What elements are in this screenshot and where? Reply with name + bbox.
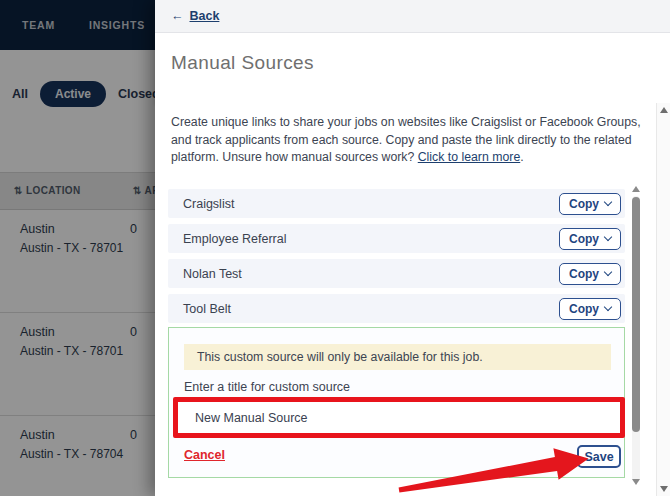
source-row-nolan-test: Nolan Test Copy xyxy=(168,259,625,288)
page-scrollbar[interactable] xyxy=(656,103,670,496)
source-row-employee-referral: Employee Referral Copy xyxy=(168,224,625,253)
chevron-down-icon xyxy=(604,268,612,276)
back-label: Back xyxy=(190,9,220,23)
copy-button[interactable]: Copy xyxy=(559,193,621,215)
title-section: Manual Sources xyxy=(155,33,670,103)
source-name: Tool Belt xyxy=(183,302,231,316)
learn-more-link[interactable]: Click to learn more xyxy=(418,150,521,164)
cancel-link[interactable]: Cancel xyxy=(184,448,225,462)
scroll-up-icon[interactable] xyxy=(660,107,668,113)
custom-source-input-label: Enter a title for custom source xyxy=(184,380,350,394)
source-row-tool-belt: Tool Belt Copy xyxy=(168,294,625,323)
custom-source-form: This custom source will only be availabl… xyxy=(168,327,625,478)
chevron-down-icon xyxy=(604,303,612,311)
sources-scrollbar[interactable] xyxy=(631,186,641,490)
scroll-down-icon[interactable] xyxy=(632,479,640,485)
save-button[interactable]: Save xyxy=(577,445,621,468)
drawer-content: Create unique links to share your jobs o… xyxy=(155,103,656,496)
scroll-up-icon[interactable] xyxy=(632,186,640,192)
source-name: Nolan Test xyxy=(183,267,242,281)
scroll-down-icon[interactable] xyxy=(660,486,668,492)
source-name: Craigslist xyxy=(183,197,234,211)
sources-list: Craigslist Copy Employee Referral Copy N… xyxy=(168,189,625,329)
chevron-down-icon xyxy=(604,233,612,241)
source-row-craigslist: Craigslist Copy xyxy=(168,189,625,218)
description-text: Create unique links to share your jobs o… xyxy=(171,114,657,167)
screen: TEAM INSIGHTS All Active Closed ⇅ LOCATI… xyxy=(0,0,670,496)
custom-source-title-input[interactable] xyxy=(178,402,620,433)
highlight-red-box xyxy=(173,397,625,438)
back-bar: ← Back xyxy=(155,0,670,33)
copy-button[interactable]: Copy xyxy=(559,298,621,320)
chevron-down-icon xyxy=(604,198,612,206)
back-arrow-icon: ← xyxy=(171,9,184,23)
source-name: Employee Referral xyxy=(183,232,287,246)
copy-button[interactable]: Copy xyxy=(559,228,621,250)
custom-source-notice: This custom source will only be availabl… xyxy=(184,344,611,370)
scrollbar-thumb[interactable] xyxy=(632,197,640,432)
copy-button[interactable]: Copy xyxy=(559,263,621,285)
page-title: Manual Sources xyxy=(171,52,314,74)
manual-sources-drawer: ← Back Manual Sources Create unique link… xyxy=(155,0,670,496)
modal-backdrop xyxy=(0,0,160,496)
back-button[interactable]: ← Back xyxy=(171,9,219,23)
